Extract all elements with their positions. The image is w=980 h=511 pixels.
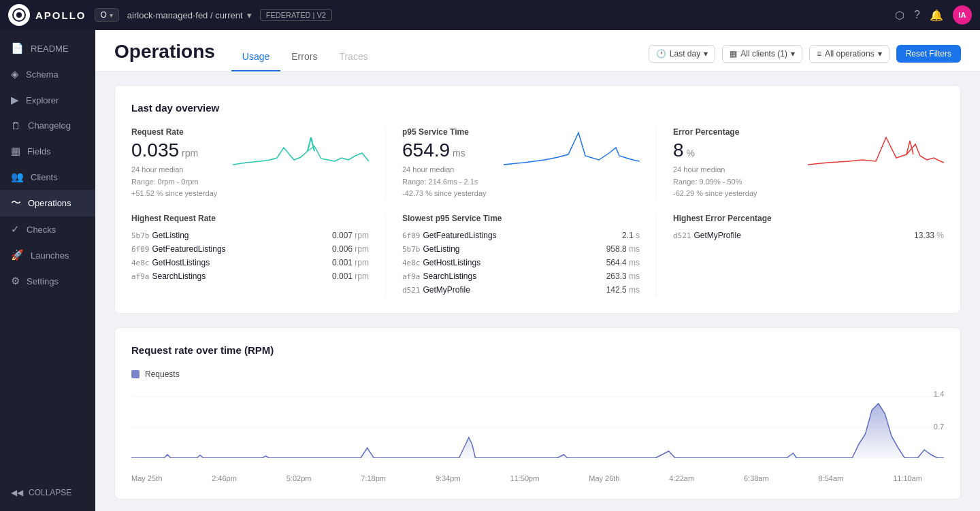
op-hash: 5b7b: [131, 231, 150, 240]
legend-label: Requests: [145, 369, 180, 379]
request-rate-chart: [233, 127, 369, 168]
federation-badge: FEDERATED | V2: [260, 9, 332, 21]
sidebar-item-clients[interactable]: 👥 Clients: [0, 164, 95, 190]
chevron-down-icon-clients: ▾: [791, 49, 795, 59]
error-header: Error Percentage 8 % 24 hour median Rang…: [673, 127, 944, 200]
sidebar-item-label: Fields: [27, 146, 51, 156]
sidebar-item-checks[interactable]: ✓ Checks: [0, 216, 95, 242]
bell-icon[interactable]: 🔔: [930, 9, 943, 22]
rpm-svg-chart: [131, 390, 944, 458]
tab-traces: Traces: [328, 43, 378, 71]
p95-meta: 24 hour median Range: 214.6ms - 2.1s -42…: [402, 164, 487, 200]
sidebar: 📄 README ◈ Schema ▶ Explorer 🗒 Changelog…: [0, 30, 95, 511]
request-rate-value: 0.035: [131, 139, 179, 161]
p95-unit: ms: [453, 148, 466, 159]
op-value: 0.006 rpm: [332, 244, 369, 254]
operations-icon: 〜: [11, 197, 21, 210]
operations-filter-button[interactable]: ≡ All operations ▾: [809, 45, 889, 63]
page-header: Operations Usage Errors Traces 🕐 Last da…: [95, 30, 980, 71]
op-hash: 5b7b: [402, 245, 421, 254]
main-content: Operations Usage Errors Traces 🕐 Last da…: [95, 30, 980, 511]
sidebar-item-explorer[interactable]: ▶ Explorer: [0, 87, 95, 113]
op-value: 13.33 %: [914, 231, 944, 240]
overview-title: Last day overview: [131, 102, 944, 114]
sidebar-item-label: Schema: [26, 69, 59, 80]
org-selector[interactable]: O ▾: [95, 8, 119, 22]
clients-filter-icon: ▦: [730, 49, 737, 59]
sidebar-item-label: README: [31, 44, 69, 54]
fields-icon: ▦: [11, 145, 20, 157]
overview-card: Last day overview Request Rate 0.035 rpm: [114, 85, 961, 314]
avatar[interactable]: IA: [953, 5, 972, 24]
sidebar-item-label: Operations: [28, 198, 71, 208]
op-value: 564.4 ms: [606, 258, 640, 267]
time-filter-button[interactable]: 🕐 Last day ▾: [649, 45, 715, 63]
logo[interactable]: APOLLO: [8, 4, 86, 26]
p95-value: 654.9: [402, 139, 450, 161]
sidebar-item-settings[interactable]: ⚙ Settings: [0, 268, 95, 294]
request-rate-value-row: 0.035 rpm: [131, 139, 217, 161]
rpm-y-labels: 1.4 0.7: [934, 390, 944, 455]
highest-request-rate-table: Highest Request Rate 5b7bGetListing 0.00…: [131, 214, 386, 297]
tab-errors[interactable]: Errors: [280, 43, 328, 71]
sidebar-item-schema[interactable]: ◈ Schema: [0, 61, 95, 87]
sidebar-bottom: ◀◀ COLLAPSE: [0, 474, 95, 511]
collapse-label: COLLAPSE: [29, 488, 71, 497]
sidebar-item-label: Settings: [27, 276, 59, 286]
rpm-chart-wrapper: 1.4 0.7: [131, 390, 944, 472]
p95-label: p95 Service Time: [402, 127, 487, 137]
request-rate-meta: 24 hour median Range: 0rpm - 0rpm +51.52…: [131, 164, 217, 200]
stats-grid: Request Rate 0.035 rpm 24 hour median Ra…: [131, 127, 944, 200]
nav-right: ⬡ ? 🔔 IA: [895, 5, 972, 24]
op-name: GetListing: [423, 244, 460, 254]
operations-filter-icon: ≡: [817, 49, 821, 59]
operations-filter-label: All operations: [825, 49, 875, 59]
help-icon[interactable]: ?: [914, 9, 920, 21]
sidebar-item-operations[interactable]: 〜 Operations: [0, 190, 95, 216]
chevron-down-icon: ▾: [704, 49, 708, 59]
tab-usage[interactable]: Usage: [231, 43, 280, 71]
op-hash: 4e8c: [402, 259, 421, 267]
stat-tables: Highest Request Rate 5b7bGetListing 0.00…: [131, 214, 944, 297]
table-row: d521GetMyProfile 13.33 %: [673, 229, 944, 242]
op-value: 0.001 rpm: [332, 258, 369, 267]
error-label: Error Percentage: [673, 127, 757, 137]
page-title: Operations: [114, 41, 215, 71]
op-name: GetMyProfile: [694, 231, 741, 240]
op-name: GetHostListings: [423, 258, 481, 267]
table-row: af9aSearchListings 0.001 rpm: [131, 269, 369, 283]
sidebar-item-launches[interactable]: 🚀 Launches: [0, 242, 95, 268]
table-row: d521GetMyProfile 142.5 ms: [402, 283, 640, 297]
collapse-button[interactable]: ◀◀ COLLAPSE: [11, 482, 84, 503]
sidebar-item-label: Explorer: [26, 95, 59, 105]
navbar: APOLLO O ▾ airlock-managed-fed / current…: [0, 0, 980, 30]
p95-service-time-stat: p95 Service Time 654.9 ms 24 hour median…: [402, 127, 657, 200]
sidebar-item-fields[interactable]: ▦ Fields: [0, 138, 95, 164]
table-row: af9aSearchListings 263.3 ms: [402, 269, 640, 283]
schema-icon: ◈: [11, 68, 19, 80]
p95-header: p95 Service Time 654.9 ms 24 hour median…: [402, 127, 640, 200]
error-unit: %: [687, 148, 695, 159]
time-filter-label: Last day: [670, 49, 700, 59]
settings-icon: ⚙: [11, 275, 20, 287]
op-value: 958.8 ms: [606, 244, 640, 254]
op-hash: d521: [402, 286, 421, 295]
tabs: Usage Errors Traces: [231, 43, 379, 71]
graph-icon[interactable]: ⬡: [895, 9, 904, 22]
op-value: 142.5 ms: [606, 285, 640, 295]
sidebar-item-changelog[interactable]: 🗒 Changelog: [0, 113, 95, 138]
chevron-down-icon-ops: ▾: [878, 49, 882, 59]
reset-filters-button[interactable]: Reset Filters: [896, 45, 961, 63]
op-value: 2.1 s: [622, 231, 640, 240]
op-hash: 4e8c: [131, 259, 150, 267]
logo-text: APOLLO: [35, 10, 86, 21]
changelog-icon: 🗒: [11, 120, 21, 131]
sidebar-item-readme[interactable]: 📄 README: [0, 35, 95, 61]
rpm-chart-area: Requests: [131, 369, 944, 482]
error-percentage-stat: Error Percentage 8 % 24 hour median Rang…: [673, 127, 944, 200]
request-rate-stat: Request Rate 0.035 rpm 24 hour median Ra…: [131, 127, 386, 200]
slowest-p95-title: Slowest p95 Service Time: [402, 214, 640, 223]
rpm-x-labels: May 25th 2:46pm 5:02pm 7:18pm 9:34pm 11:…: [131, 474, 944, 482]
clients-filter-button[interactable]: ▦ All clients (1) ▾: [722, 45, 802, 63]
table-row: 5b7bGetListing 958.8 ms: [402, 242, 640, 256]
